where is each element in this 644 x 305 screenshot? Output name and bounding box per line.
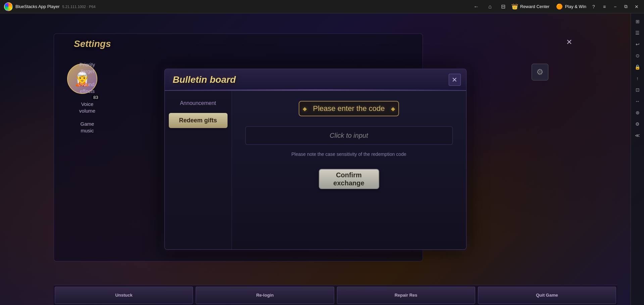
titlebar-right: ? ≡ − ⧉ ✕: [586, 2, 644, 11]
titlebar-center: 👑 Reward Center 🟠 Play & Win: [511, 3, 586, 10]
code-input-container: Click to input: [245, 126, 453, 145]
settings-title: Settings: [74, 39, 111, 49]
settings-menu: PriorityTarget Soundeffects Voicevolume …: [65, 59, 109, 136]
code-title-badge: Please enter the code: [299, 101, 399, 116]
code-hint-text: Please note the case sensitivity of the …: [291, 151, 406, 157]
sidebar-btn-2[interactable]: ☰: [632, 27, 643, 38]
right-sidebar: ⊞ ☰ ↩ ⊙ 🔒 ↑ ⊡ ↔ ⊛ ⚙ ≪: [631, 13, 644, 305]
sidebar-settings-btn[interactable]: ⚙: [632, 119, 643, 129]
modal-header: Bulletin board ✕: [165, 69, 466, 91]
sidebar-btn-4[interactable]: ⊙: [632, 50, 643, 61]
sidebar-btn-11[interactable]: ≪: [632, 130, 643, 141]
modal-tabs: Announcement Redeem gifts: [165, 91, 232, 249]
settings-close-button[interactable]: ✕: [563, 36, 575, 48]
titlebar: BlueStacks App Player 5.21.111.1002 · P6…: [0, 0, 644, 13]
titlebar-nav: ← ⌂ ⊟: [467, 2, 511, 11]
reward-icon: 👑: [511, 3, 518, 10]
app-title: BlueStacks App Player: [15, 4, 60, 9]
sidebar-btn-7[interactable]: ⊡: [632, 84, 643, 95]
sidebar-btn-3[interactable]: ↩: [632, 39, 643, 50]
bulletin-close-button[interactable]: ✕: [449, 74, 461, 86]
menu-button[interactable]: ≡: [600, 2, 609, 11]
sidebar-btn-1[interactable]: ⊞: [632, 16, 643, 27]
bluestacks-logo: [4, 2, 13, 11]
minimize-button[interactable]: −: [610, 2, 620, 11]
reward-center-label: Reward Center: [520, 4, 549, 9]
sidebar-btn-8[interactable]: ↔: [632, 96, 643, 107]
back-button[interactable]: ←: [472, 2, 481, 11]
home-button[interactable]: ⌂: [486, 2, 494, 11]
settings-menu-item-priority-target[interactable]: PriorityTarget: [65, 59, 109, 77]
redeem-gifts-panel: Please enter the code Click to input Ple…: [232, 91, 466, 249]
titlebar-left: BlueStacks App Player 5.21.111.1002 · P6…: [0, 2, 467, 11]
gear-icon[interactable]: ⚙: [532, 64, 548, 80]
bottom-bar: Unstuck Re-login Repair Res Quit Game: [54, 285, 617, 305]
modal-body: Announcement Redeem gifts Please enter t…: [165, 91, 466, 249]
play-win-label: Play & Win: [565, 4, 586, 9]
repair-res-button[interactable]: Repair Res: [337, 287, 475, 304]
reward-center-button[interactable]: 👑 Reward Center: [511, 3, 549, 10]
tab-redeem-gifts[interactable]: Redeem gifts: [169, 113, 228, 128]
bulletin-title: Bulletin board: [173, 74, 236, 85]
play-win-button[interactable]: 🟠 Play & Win: [556, 3, 586, 10]
bulletin-board-modal: Bulletin board ✕ Announcement Redeem gif…: [164, 69, 466, 250]
help-button[interactable]: ?: [589, 2, 598, 11]
restore-button[interactable]: ⧉: [621, 2, 631, 11]
app-version: 5.21.111.1002 · P64: [62, 5, 96, 9]
settings-menu-item-sound-effects[interactable]: Soundeffects: [65, 78, 109, 97]
tab-announcement[interactable]: Announcement: [169, 96, 228, 110]
sidebar-btn-6[interactable]: ↑: [632, 73, 643, 84]
quit-game-button[interactable]: Quit Game: [478, 287, 616, 304]
sidebar-btn-9[interactable]: ⊛: [632, 107, 643, 118]
play-win-icon: 🟠: [556, 3, 563, 10]
close-button[interactable]: ✕: [632, 2, 641, 11]
code-input-field[interactable]: Click to input: [245, 126, 453, 145]
unstuck-button[interactable]: Unstuck: [55, 287, 193, 304]
settings-menu-item-voice-volume[interactable]: Voicevolume: [65, 98, 109, 117]
main-area: Settings ✕ 🧝 83 PriorityTarget Soundeffe…: [0, 13, 631, 305]
sidebar-btn-5[interactable]: 🔒: [632, 62, 643, 72]
confirm-exchange-button[interactable]: Confirm exchange: [319, 169, 379, 189]
settings-menu-item-game-music[interactable]: Gamemusic: [65, 118, 109, 136]
relogin-button[interactable]: Re-login: [196, 287, 334, 304]
bookmark-button[interactable]: ⊟: [499, 2, 507, 11]
